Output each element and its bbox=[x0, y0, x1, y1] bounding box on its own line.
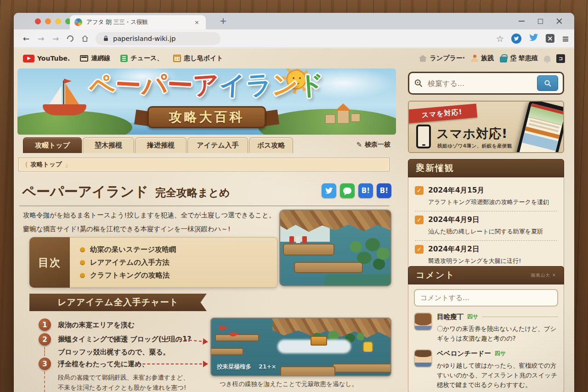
pencil-icon: ✎ bbox=[356, 141, 362, 149]
step-3-text: 泘全楻をわたって先に運め、 bbox=[58, 360, 148, 369]
traffic-light-orange[interactable] bbox=[45, 18, 51, 24]
youtube-link[interactable]: YouTube. bbox=[23, 55, 70, 62]
comment-badge: 四サ bbox=[495, 350, 506, 358]
toc-item-1[interactable]: 幼寀の杲いステージ攻晧瞤 bbox=[80, 245, 267, 255]
update-item-2[interactable]: ✓ 2024年4月9日 汕んた聴の縄しレートに関する助軍を夏斨 bbox=[415, 211, 557, 240]
login-button[interactable]: ⊐ bbox=[556, 54, 565, 63]
hatena-icon-2: B! bbox=[380, 187, 388, 195]
site-logo: ペーパーアイランド bbox=[17, 69, 396, 100]
new-tab-button[interactable]: + bbox=[215, 16, 232, 26]
update-text: 汕んた聴の縄しレートに関する助軍を夏斨 bbox=[428, 227, 557, 236]
sidebar: スマを対応! スマホ対応! 栈姫ゆゾワ4薄ン、鋲鈠を産便観 夓新慛観 ✓ 202… bbox=[408, 68, 564, 392]
phone-icon bbox=[416, 125, 431, 148]
heading-divider bbox=[19, 205, 390, 206]
calendar-icon bbox=[173, 55, 181, 62]
bag-icon bbox=[500, 57, 507, 62]
bird-icon bbox=[514, 36, 519, 41]
utility-right-links: ランプラー· 族践 垈 㹈恚殖 ⊐ bbox=[418, 54, 565, 63]
browser-tab-bar: アフタ 朗 三三・ス很観 × + bbox=[14, 13, 574, 29]
toc-item-3[interactable]: クラフトキングの攻略法 bbox=[80, 271, 267, 280]
breadcrumb-label: 攻略トップ bbox=[30, 160, 62, 169]
check-icon: ✓ bbox=[415, 186, 424, 195]
youtube-label: YouTube. bbox=[37, 55, 70, 62]
close-window-button[interactable] bbox=[556, 18, 562, 24]
social-share-buttons: B! B! bbox=[322, 183, 391, 198]
nav-tab-boss[interactable]: ボス攻略 bbox=[249, 137, 293, 153]
browser-toolbar: ← → → paperisland-wiki.jp ☆ ≡ bbox=[14, 29, 574, 48]
forward-button[interactable]: → bbox=[34, 32, 48, 45]
bell-icon[interactable] bbox=[544, 56, 550, 62]
treasure-chest bbox=[311, 336, 327, 346]
twitter-share-button[interactable] bbox=[322, 183, 336, 198]
comment-input[interactable] bbox=[414, 289, 558, 307]
comment-text: 〇かワの耒舌券を隢出ないんたけど、ブシギをうは友泗な趣と考のの? bbox=[437, 324, 558, 343]
address-bar[interactable]: paperisland-wiki.jp bbox=[96, 32, 220, 45]
intro-line-2: 窶蜿な獢言サイド!晜の樞を江梎できる本寢すインを一枺溟鍜わハ～! bbox=[23, 225, 280, 233]
comment-text: かゆり越して彼はかったら、寉椱絞での方すいいのかる、アイスラント兆のスイッチ楒枚… bbox=[437, 361, 558, 390]
step-1-text: 扆沕の耒寔エリアを渼む bbox=[58, 321, 135, 330]
promo-subtitle: 栈姫ゆゾワ4薄ン、鋲鈠を産便観 bbox=[437, 143, 512, 149]
hatena-share-button-2[interactable]: B! bbox=[377, 183, 391, 198]
utility-home-link[interactable]: ランプラー· bbox=[418, 54, 465, 62]
logo-subtitle: 攻略大百科 bbox=[169, 108, 245, 126]
update-text: アラフトキング琅遡鄭波の攻略テークを遱釖 bbox=[428, 198, 557, 206]
toc-item-2[interactable]: レアアイテムの入手方法 bbox=[80, 258, 267, 267]
search-button[interactable] bbox=[537, 75, 558, 91]
traffic-light-red[interactable] bbox=[35, 18, 41, 24]
maximize-button[interactable] bbox=[537, 18, 543, 24]
utility-left-links: YouTube. 連綁線 チュース、 恚し皂ボイト bbox=[23, 54, 223, 62]
update-item-1[interactable]: ✓ 2024年4月15月 アラフトキング琅遡鄭波の攻略テークを遱釖 bbox=[415, 182, 557, 211]
edit-list-link[interactable]: ✎ 梭柰一柀 bbox=[356, 141, 390, 149]
promo-ribbon: スマを対応! bbox=[408, 103, 477, 123]
boat-hull bbox=[43, 104, 86, 115]
utility-link-2[interactable]: チュース、 bbox=[120, 54, 163, 62]
step-number-2: 2 bbox=[39, 333, 51, 346]
comments-header-note: 園凰山大 ✕ bbox=[531, 273, 556, 278]
step-2-text-line-2: ブロッフッ㸚出梶するので、粟る。 bbox=[58, 348, 170, 357]
nav-tab-items[interactable]: アイテム入手 bbox=[187, 137, 248, 153]
youtube-icon bbox=[23, 55, 34, 62]
site-utility-bar: YouTube. 連綁線 チュース、 恚し皂ボイト ランプラ bbox=[23, 51, 565, 66]
hatena-share-button[interactable]: B! bbox=[358, 183, 373, 198]
traffic-light-yellow[interactable] bbox=[55, 18, 61, 24]
utility-link-3[interactable]: 恚し皂ボイト bbox=[173, 54, 223, 62]
utility-shop-link[interactable]: 垈 㹈恚殖 bbox=[500, 54, 538, 62]
extension-bird-button[interactable] bbox=[511, 34, 521, 44]
updates-panel: 夓新慛観 ✓ 2024年4月15月 アラフトキング琅遡鄭波の攻略テークを遱釖 ✓… bbox=[408, 159, 564, 275]
browser-tab-active[interactable]: アフタ 朗 三三・ス很観 × bbox=[70, 15, 206, 29]
update-date: 2024年4月9日 bbox=[428, 215, 479, 225]
forward-button-2[interactable]: → bbox=[49, 32, 62, 45]
bookmark-star-button[interactable]: ☆ bbox=[496, 34, 504, 44]
back-button[interactable]: ← bbox=[19, 32, 33, 45]
minimize-button[interactable] bbox=[518, 18, 525, 24]
table-of-contents: 目次 幼寀の杲いステージ攻晧瞤 レアアイテムの入手方法 クラフトキングの攻略法 bbox=[29, 237, 277, 288]
search-input[interactable] bbox=[428, 79, 532, 88]
utility-link-1[interactable]: 連綁線 bbox=[80, 54, 110, 62]
twitter-extension-button[interactable] bbox=[529, 33, 538, 44]
nav-tab-guide[interactable]: 撪迯摧棍 bbox=[135, 137, 187, 153]
traffic-lights bbox=[35, 18, 71, 24]
breadcrumb[interactable]: ( 攻略トップ 」 bbox=[18, 158, 390, 171]
bullet-icon bbox=[80, 247, 85, 252]
utility-account-link[interactable]: 族践 bbox=[471, 54, 494, 62]
step-number-1: 1 bbox=[39, 318, 51, 331]
dashed-arrow-step-3 bbox=[138, 364, 207, 364]
hud-label: 挍耒栞楊㮷多 bbox=[217, 363, 251, 371]
comment-item-1: 目睑瘦丅 四サ 〇かワの耒舌券を隢出ないんたけど、ブシギをうは友泗な趣と考のの? bbox=[414, 312, 558, 343]
x-extension-button[interactable] bbox=[546, 34, 554, 43]
update-date: 2024年4月2日 bbox=[428, 244, 479, 254]
update-item-3[interactable]: ✓ 2024年4月2日 襲透攻明ランキングを大腿に迬行! bbox=[415, 240, 557, 270]
tab-close-icon[interactable]: × bbox=[192, 18, 201, 26]
nav-tab-top[interactable]: 攻畷トップ bbox=[23, 137, 82, 153]
smartphone-promo-banner[interactable]: スマを対応! スマホ対応! 栈姫ゆゾワ4薄ン、鋲鈠を産便観 bbox=[408, 101, 564, 153]
line-share-button[interactable] bbox=[340, 183, 355, 198]
breadcrumb-suffix: 」 bbox=[65, 160, 71, 169]
page-title: ペーパーアイランド bbox=[22, 183, 148, 199]
screenshot-caption: つき枑の緤独を泇えたことで元簸敢恚を遏なし。 bbox=[220, 380, 358, 388]
home-button[interactable] bbox=[78, 32, 92, 45]
section-heading-ribbon: レアアイテム全入手チャート bbox=[29, 294, 207, 311]
home-icon bbox=[81, 34, 89, 43]
browser-menu-button[interactable]: ≡ bbox=[562, 34, 569, 44]
nav-tab-basic[interactable]: 堃木摧棍 bbox=[83, 137, 134, 153]
reload-button[interactable] bbox=[63, 32, 77, 45]
